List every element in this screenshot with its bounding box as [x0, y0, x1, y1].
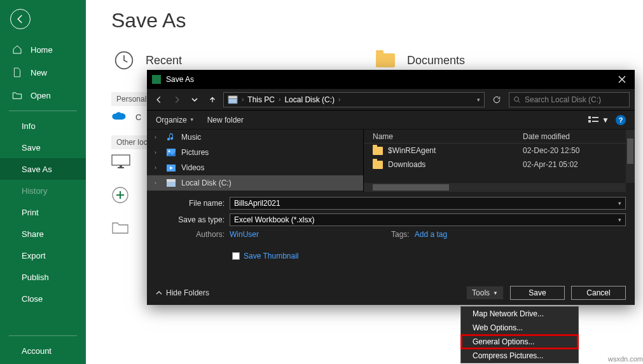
- svg-rect-11: [592, 121, 598, 122]
- save-thumbnail-label: Save Thumbnail: [244, 252, 299, 260]
- dialog-title: Save As: [166, 75, 609, 84]
- help-button[interactable]: ?: [616, 115, 626, 125]
- save-thumbnail-checkbox[interactable]: [232, 252, 240, 260]
- nav-account[interactable]: Account: [0, 340, 86, 361]
- save-as-dialog: Save As › This PC › Local Disk (C:) › ▾ …: [147, 70, 635, 305]
- breadcrumb-drive[interactable]: Local Disk (C:): [284, 95, 335, 104]
- home-icon: [11, 44, 23, 55]
- save-button[interactable]: Save: [510, 286, 565, 300]
- dialog-footer: Hide Folders Tools▼ Save Cancel: [147, 281, 635, 305]
- column-headers[interactable]: Name Date modified: [364, 130, 635, 144]
- nav-home[interactable]: Home: [0, 38, 86, 61]
- folder-icon: [373, 161, 383, 169]
- pc-icon: [111, 154, 130, 170]
- tree-item-local-disk[interactable]: › Local Disk (C:): [147, 175, 363, 191]
- search-input[interactable]: Search Local Disk (C:): [509, 92, 630, 107]
- nav-save[interactable]: Save: [0, 137, 86, 158]
- breadcrumb-this-pc[interactable]: This PC: [247, 95, 275, 104]
- tree-item-music[interactable]: › Music: [147, 130, 363, 145]
- menu-map-network-drive[interactable]: Map Network Drive...: [461, 307, 578, 321]
- authors-label: Authors:: [156, 230, 225, 239]
- tags-value[interactable]: Add a tag: [415, 230, 447, 239]
- other-locations-header: Other loc: [111, 135, 153, 149]
- header-name[interactable]: Name: [364, 132, 523, 141]
- chevron-up-icon: [156, 290, 162, 296]
- nav-publish[interactable]: Publish: [0, 266, 86, 288]
- vertical-scrollbar[interactable]: [626, 130, 635, 183]
- svg-rect-16: [167, 179, 176, 182]
- clock-icon: [111, 48, 137, 73]
- svg-point-7: [515, 97, 519, 101]
- excel-logo-icon: [152, 75, 161, 84]
- drive-icon: [228, 95, 238, 104]
- cancel-button[interactable]: Cancel: [571, 286, 626, 300]
- hide-folders-button[interactable]: Hide Folders: [156, 288, 209, 297]
- chevron-down-icon[interactable]: ▾: [618, 217, 621, 223]
- folder-tree[interactable]: › Music › Pictures › Videos › Local Disk…: [147, 130, 363, 192]
- view-options-button[interactable]: ▼: [588, 116, 609, 125]
- file-row[interactable]: Downloads 02-Apr-21 05:02: [364, 158, 635, 172]
- dialog-fields: File name: BillsApril2021▾ Save as type:…: [147, 192, 635, 263]
- svg-point-13: [169, 151, 170, 152]
- menu-web-options[interactable]: Web Options...: [461, 321, 578, 335]
- folder-icon: [373, 48, 398, 73]
- new-folder-button[interactable]: New folder: [207, 116, 244, 125]
- new-file-icon: [11, 67, 23, 78]
- nav-open[interactable]: Open: [0, 84, 86, 107]
- refresh-button[interactable]: [488, 92, 505, 107]
- pictures-icon: [166, 147, 176, 158]
- scrollbar-thumb[interactable]: [373, 184, 449, 191]
- horizontal-scrollbar[interactable]: [364, 183, 626, 192]
- nav-close[interactable]: Close: [0, 288, 86, 309]
- organize-button[interactable]: Organize▼: [156, 116, 195, 125]
- tree-item-pictures[interactable]: › Pictures: [147, 145, 363, 160]
- filename-input[interactable]: BillsApril2021▾: [230, 197, 626, 210]
- tools-button[interactable]: Tools▼: [466, 286, 504, 300]
- backstage-sidebar: Home New Open Info Save Save As History …: [0, 0, 86, 364]
- nav-print[interactable]: Print: [0, 201, 86, 223]
- header-modified[interactable]: Date modified: [523, 132, 635, 141]
- menu-general-options[interactable]: General Options...: [461, 335, 578, 349]
- documents-label: Documents: [407, 54, 465, 67]
- filetype-select[interactable]: Excel Workbook (*.xlsx)▾: [230, 213, 626, 226]
- chevron-down-icon[interactable]: ▾: [618, 200, 621, 206]
- nav-info[interactable]: Info: [0, 115, 86, 137]
- folder-icon: [373, 147, 383, 155]
- nav-share[interactable]: Share: [0, 223, 86, 245]
- add-place-icon: [111, 186, 129, 204]
- file-browser: › Music › Pictures › Videos › Local Disk…: [147, 130, 635, 192]
- browse-folder-icon: [111, 220, 129, 234]
- authors-value[interactable]: WinUser: [230, 230, 259, 239]
- nav-recent-button[interactable]: [188, 93, 202, 107]
- recent-label: Recent: [146, 54, 182, 67]
- svg-rect-9: [588, 120, 591, 123]
- svg-rect-2: [118, 167, 124, 168]
- address-bar[interactable]: › This PC › Local Disk (C:) › ▾: [223, 92, 485, 107]
- file-list[interactable]: Name Date modified $WinREAgent 02-Dec-20…: [364, 130, 635, 192]
- chevron-right-icon: ›: [155, 180, 161, 186]
- personal-header: Personal: [111, 92, 151, 106]
- back-button[interactable]: [10, 9, 31, 29]
- dialog-toolbar: Organize▼ New folder ▼ ?: [147, 111, 635, 130]
- nav-up-button[interactable]: [205, 93, 219, 107]
- svg-rect-8: [588, 116, 591, 119]
- search-placeholder: Search Local Disk (C:): [525, 95, 601, 104]
- watermark: wsxdn.com: [608, 355, 643, 363]
- documents-section[interactable]: Documents: [373, 48, 465, 73]
- nav-save-as[interactable]: Save As: [0, 158, 86, 180]
- tags-label: Tags:: [391, 230, 410, 239]
- recent-section[interactable]: Recent: [111, 48, 182, 73]
- menu-compress-pictures[interactable]: Compress Pictures...: [461, 349, 578, 363]
- nav-forward-button: [170, 93, 184, 107]
- sidebar-divider: [9, 111, 77, 111]
- scrollbar-thumb[interactable]: [627, 138, 633, 164]
- close-button[interactable]: [609, 70, 635, 89]
- file-row[interactable]: $WinREAgent 02-Dec-20 12:50: [364, 144, 635, 158]
- nav-export[interactable]: Export: [0, 245, 86, 266]
- chevron-down-icon[interactable]: ▾: [477, 97, 480, 103]
- nav-back-button[interactable]: [152, 93, 166, 107]
- svg-rect-6: [228, 96, 237, 98]
- tree-item-videos[interactable]: › Videos: [147, 160, 363, 175]
- onedrive-icon: [111, 111, 129, 123]
- nav-new[interactable]: New: [0, 61, 86, 84]
